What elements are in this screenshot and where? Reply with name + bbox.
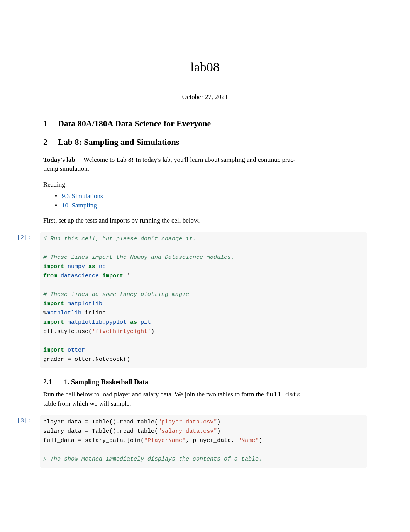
code-close: ) (217, 428, 220, 435)
section-2-heading: 2Lab 8: Sampling and Simulations (43, 137, 367, 147)
code-attr: style (57, 328, 75, 335)
sampling-link[interactable]: 10. Sampling (62, 202, 97, 209)
code-cell-1: [2]: # Run this cell, but please don't c… (17, 232, 367, 368)
code-string: "PlayerName" (144, 437, 186, 444)
code-call: Notebook() (95, 356, 130, 363)
inline-code: full_data (266, 391, 301, 398)
section-title: Data 80A/180A Data Science for Everyone (58, 119, 211, 128)
page-number: 1 (0, 501, 410, 509)
section-number: 2 (43, 137, 58, 147)
code-eq: = (85, 419, 88, 425)
code-string: "Name" (238, 437, 259, 444)
section-number: 1 (43, 119, 58, 129)
code-module: numpy (68, 263, 85, 270)
code-comment: # The show method immediately displays t… (43, 456, 262, 462)
code-var: plt (43, 328, 54, 335)
code-magic-name: matplotlib (47, 310, 81, 316)
code-module: plt (141, 319, 151, 326)
reading-list: 9.3 Simulations 10. Sampling (55, 192, 367, 209)
setup-text: First, set up the tests and imports by r… (43, 216, 367, 225)
code-operator: * (127, 273, 130, 279)
code-module: otter (68, 347, 85, 354)
code-cell-2: [3]: player_data = Table().read_table("p… (17, 415, 367, 468)
reading-item-2: 10. Sampling (55, 202, 367, 209)
code-call: read_table( (120, 428, 158, 435)
reading-item-1: 9.3 Simulations (55, 192, 367, 200)
code-string: "player_data.csv" (158, 419, 217, 425)
subsection-number: 2.1 (43, 378, 64, 386)
intro-bold-label: Today's lab (43, 156, 75, 163)
cell-prompt: [3]: (17, 415, 40, 424)
code-eq: = (78, 437, 81, 444)
intro-text-line-1: Welcome to Lab 8! In today's lab, you'll… (83, 156, 296, 163)
code-close: ) (151, 328, 154, 335)
code-call: Table() (88, 428, 116, 435)
code-keyword: import (102, 273, 123, 279)
code-close: ) (217, 419, 220, 425)
code-module: datascience (61, 273, 99, 279)
code-dot: . (54, 328, 57, 335)
section-title: Lab 8: Sampling and Simulations (58, 137, 179, 147)
code-module: matplotlib (68, 301, 102, 307)
code-call: Table() (88, 419, 116, 425)
cell-prompt: [2]: (17, 232, 40, 241)
code-close: ) (259, 437, 262, 444)
code-content: # Run this cell, but please don't change… (40, 232, 367, 368)
code-dot: . (116, 419, 120, 425)
code-expr: salary_data (81, 437, 123, 444)
subsection-title: 1. Sampling Basketball Data (64, 378, 148, 386)
code-eq: = (68, 356, 71, 363)
code-keyword: import (43, 301, 64, 307)
code-dot: . (116, 428, 120, 435)
code-string: "salary_data.csv" (158, 428, 217, 435)
code-var: player_data (43, 419, 85, 425)
code-dot: . (92, 356, 95, 363)
code-expr: otter (71, 356, 92, 363)
code-eq: = (85, 428, 88, 435)
code-call: use( (78, 328, 92, 335)
subsection-heading: 2.11. Sampling Basketball Data (43, 378, 367, 386)
code-string: 'fivethirtyeight' (92, 328, 151, 335)
code-var: grader (43, 356, 68, 363)
code-keyword: import (43, 263, 64, 270)
code-dot: . (123, 437, 127, 444)
paragraph-text-2: table from which we will sample. (43, 400, 131, 407)
code-comment: # These lines do some fancy plotting mag… (43, 291, 189, 298)
code-magic-percent: % (43, 310, 47, 316)
code-magic-arg: inline (81, 310, 106, 316)
code-keyword: as (130, 319, 137, 326)
simulations-link[interactable]: 9.3 Simulations (62, 192, 103, 200)
document-date: October 27, 2021 (43, 93, 367, 101)
code-module: np (99, 263, 106, 270)
code-args: , player_data, (186, 437, 238, 444)
code-content: player_data = Table().read_table("player… (40, 415, 367, 468)
reading-label: Reading: (43, 180, 367, 189)
code-var: full_data (43, 437, 78, 444)
code-keyword: import (43, 347, 64, 354)
intro-paragraph: Today's lab Welcome to Lab 8! In today's… (43, 156, 367, 173)
code-call: read_table( (120, 419, 158, 425)
intro-text-line-2: ticing simulation. (43, 165, 89, 172)
code-keyword: from (43, 273, 57, 279)
section-1-heading: 1Data 80A/180A Data Science for Everyone (43, 119, 367, 129)
code-keyword: as (88, 263, 95, 270)
code-dot: . (75, 328, 78, 335)
code-comment: # These lines import the Numpy and Datas… (43, 254, 234, 261)
code-comment: # Run this cell, but please don't change… (43, 236, 196, 242)
code-module: matplotlib.pyplot (68, 319, 127, 326)
paragraph-text: Run the cell below to load player and sa… (43, 391, 266, 398)
code-var: salary_data (43, 428, 85, 435)
code-call: join( (127, 437, 144, 444)
subsection-paragraph: Run the cell below to load player and sa… (43, 390, 367, 408)
document-title: lab08 (43, 60, 367, 75)
code-keyword: import (43, 319, 64, 326)
